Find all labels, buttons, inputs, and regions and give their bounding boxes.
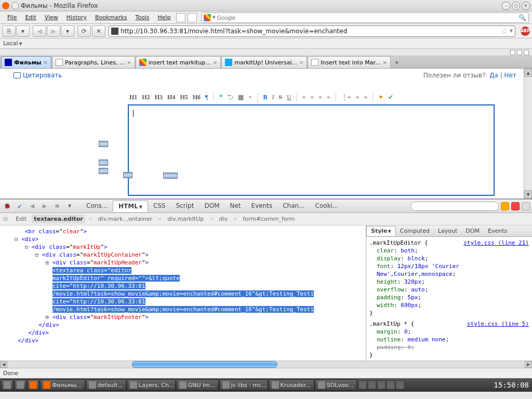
fb-back-icon[interactable]: ◀ — [27, 201, 37, 211]
task-item[interactable]: Layers, Ch... — [127, 379, 176, 391]
new-tab-icon[interactable]: ▸ — [391, 56, 404, 68]
fb-tab-script[interactable]: Script — [171, 201, 200, 212]
link-button[interactable]: ⮌ — [225, 92, 235, 102]
menu-edit[interactable]: Edit — [21, 13, 40, 22]
fb-tab-events[interactable]: Events — [246, 201, 278, 212]
scroll-left-icon[interactable]: ◀ — [0, 361, 7, 368]
preview-button[interactable]: ✔ — [387, 92, 395, 102]
fb-tab-css[interactable]: CSS — [148, 201, 171, 212]
url-dropdown[interactable]: ▼ — [510, 29, 513, 33]
menu-bookmarks[interactable]: Bookmarks — [91, 13, 131, 22]
ext-button-1[interactable] — [176, 13, 185, 22]
fb-menu-icon[interactable]: ≡ — [52, 201, 62, 211]
fb-html-tree[interactable]: <br class="clear"> ⊟ <div> ⊟ <div class=… — [0, 225, 366, 361]
list-ol-button[interactable]: ≡ — [354, 92, 361, 102]
strike-button[interactable]: S — [277, 92, 284, 102]
menu-file[interactable]: File — [3, 13, 21, 22]
align-center-button[interactable]: ≡ — [309, 92, 316, 102]
h4-button[interactable]: H4 — [166, 92, 177, 102]
tab-close-icon[interactable]: ✕ — [382, 60, 387, 65]
stop-button[interactable]: ✕ — [92, 25, 105, 37]
editor-textarea[interactable] — [128, 104, 495, 196]
search-box[interactable]: ▼ 🔍 — [201, 12, 529, 23]
italic-button[interactable]: I — [270, 92, 275, 102]
local-folder[interactable]: Local▼ — [3, 40, 22, 47]
task-item[interactable]: default... — [86, 379, 126, 391]
reload-button[interactable]: ⟳ — [77, 25, 91, 37]
new-window-button[interactable]: ▾ — [16, 25, 30, 37]
tray-icon[interactable] — [358, 381, 367, 389]
menu-history[interactable]: History — [62, 13, 91, 22]
search-icon[interactable]: 🔍 — [518, 14, 526, 21]
side-tab-layout[interactable]: Layout — [434, 227, 461, 235]
tab-4[interactable]: Insert text into Mar...✕ — [308, 56, 390, 68]
maximize-button[interactable]: ◇ — [512, 2, 520, 10]
addon-icon-1[interactable] — [510, 50, 515, 55]
menu-help[interactable]: Help — [154, 13, 175, 22]
task-item[interactable]: GNU Im... — [176, 379, 219, 391]
fb-close-button[interactable] — [511, 202, 520, 210]
vertical-scrollbar[interactable]: ▲ ▼ — [524, 69, 532, 198]
align-justify-button[interactable]: ≡ — [325, 92, 332, 102]
h6-button[interactable]: H6 — [191, 92, 202, 102]
tab-close-icon[interactable]: ✕ — [127, 60, 131, 65]
paragraph-button[interactable]: ¶ — [204, 92, 209, 102]
css-source-link[interactable]: style.css (line 5) — [467, 320, 529, 328]
helpful-yes[interactable]: Да — [489, 72, 498, 79]
indent-button[interactable]: ≡ — [362, 92, 369, 102]
fb-forward-icon[interactable]: ▶ — [39, 201, 50, 211]
fb-dropdown-icon[interactable]: ▼ — [64, 201, 75, 211]
task-item[interactable]: SOLvoo... — [315, 379, 357, 391]
quote-button[interactable]: ❝ — [218, 92, 224, 102]
search-input[interactable] — [217, 15, 518, 21]
tray-icon[interactable] — [377, 381, 385, 389]
ext-button-2[interactable] — [188, 13, 197, 22]
volume-icon[interactable] — [396, 381, 404, 389]
fb-edit-button[interactable]: Edit — [14, 215, 29, 223]
clock[interactable]: 15:50:08 — [492, 381, 531, 389]
task-item[interactable]: js libs : mc... — [219, 379, 268, 391]
fb-tab-changes[interactable]: Chan... — [277, 201, 310, 212]
fb-tab-dom[interactable]: DOM — [199, 201, 224, 212]
css-source-link[interactable]: style.css (line 21) — [463, 239, 529, 247]
tab-0[interactable]: Фильмы✕ — [1, 56, 51, 68]
minimize-button[interactable]: – — [502, 2, 510, 10]
tray-icon[interactable] — [387, 381, 395, 389]
horizontal-scrollbar[interactable]: ◀ ▶ — [0, 361, 532, 368]
crumb-3[interactable]: div — [217, 215, 230, 223]
tab-1[interactable]: Paragraphs, Lines, ...✕ — [52, 56, 135, 68]
crumb-1[interactable]: div.mark...ontainer — [96, 215, 154, 223]
h1-button[interactable]: H1 — [128, 92, 139, 102]
fb-tab-html[interactable]: HTML▼ — [113, 201, 148, 212]
crumb-4[interactable]: form#comm_form — [241, 215, 297, 223]
color-button[interactable]: ▦ — [236, 92, 245, 102]
tab-2[interactable]: insert text markitup...✕ — [136, 56, 221, 68]
task-item[interactable]: Фильмы... — [40, 379, 85, 391]
h3-button[interactable]: H3 — [153, 92, 164, 102]
bold-button[interactable]: B — [261, 92, 269, 102]
adblock-icon[interactable]: ABP — [521, 26, 530, 36]
dropdown-button[interactable]: ▼ — [247, 94, 254, 101]
align-left-button[interactable]: ≡ — [301, 92, 308, 102]
desktop-button[interactable] — [14, 379, 26, 391]
helpful-no[interactable]: Нет — [504, 72, 516, 79]
firebug-icon[interactable]: 🐞 — [2, 201, 12, 211]
scroll-thumb[interactable] — [132, 361, 277, 368]
fb-tab-net[interactable]: Net — [225, 201, 246, 212]
fb-minimize-button[interactable] — [501, 202, 509, 210]
fb-tab-console[interactable]: Cons... — [81, 201, 113, 212]
h2-button[interactable]: H2 — [140, 92, 151, 102]
side-tab-dom[interactable]: DOM — [461, 227, 484, 235]
bookmark-star-icon[interactable]: ☆ — [501, 27, 508, 35]
tab-close-icon[interactable]: ✕ — [44, 60, 48, 65]
fb-search-input[interactable] — [410, 202, 499, 211]
start-button[interactable] — [1, 379, 14, 391]
inspect-icon[interactable]: ➹ — [15, 201, 25, 211]
scroll-up-icon[interactable]: ▲ — [524, 69, 532, 77]
recent-dropdown[interactable]: ▾ — [61, 25, 74, 37]
url-box[interactable]: http://10.30.96.33:81/movie.html?task=sh… — [109, 25, 515, 37]
tab-close-icon[interactable]: ✕ — [299, 60, 303, 65]
new-tab-button[interactable]: ⎘ — [2, 25, 16, 37]
menu-view[interactable]: View — [41, 13, 62, 22]
crumb-2[interactable]: div.markItUp — [165, 215, 206, 223]
